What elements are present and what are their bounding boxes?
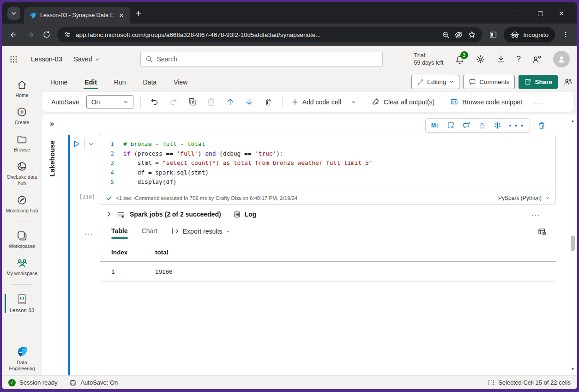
selection-status: Selected Cell 15 of 22 cells [488,379,571,386]
output-tab-table[interactable]: Table [111,227,128,239]
window-close-button[interactable]: ✕ [559,10,564,17]
address-bar[interactable]: app.fabric.microsoft.com/groups/a668a328… [57,27,482,42]
back-button[interactable] [7,29,19,41]
add-code-cell-button[interactable]: Add code cell [290,98,358,106]
save-state-dropdown[interactable]: Saved [74,55,100,63]
output-overflow-button[interactable]: ... [84,228,93,282]
code-line[interactable]: 1# bronze - full - total [100,139,555,149]
tab-search-button[interactable] [7,7,20,20]
lock-cell-button[interactable] [478,122,486,129]
add-cell-comment-button[interactable] [463,121,470,129]
table-view-options-icon[interactable] [537,227,547,236]
comments-button[interactable]: Comments [463,75,515,89]
download-app-button[interactable] [496,54,506,64]
run-options-chevron[interactable] [88,140,95,147]
tab-edit[interactable]: Edit [84,75,97,89]
code-line[interactable]: 2if (process == 'full') and (debug == 't… [100,149,555,159]
window-minimize-button[interactable]: — [516,10,522,17]
scrollbar-track[interactable] [569,125,576,365]
sidebar-item-monitoring[interactable]: Monitoring hub [4,194,41,214]
freeze-cell-button[interactable] [494,121,501,129]
collaborators-icon[interactable] [563,77,573,86]
cell-overflow-button[interactable]: • • • [509,122,524,129]
paste-icon [207,97,216,106]
undo-button[interactable] [148,95,162,109]
search-box[interactable] [140,52,383,67]
spark-jobs-label[interactable]: Spark jobs (2 of 2 succeeded) [130,211,221,218]
search-icon [145,55,153,63]
tab-close-icon[interactable]: ✕ [117,11,126,19]
waffle-menu-icon[interactable] [9,55,18,64]
code-editor[interactable]: 1# bronze - full - total2if (process == … [100,135,556,205]
code-line[interactable]: 3 stmt = "select count(*) as total from … [100,158,555,168]
share-button[interactable]: Share [519,75,558,89]
run-cell-button[interactable] [72,139,81,148]
feedback-button[interactable] [532,54,542,64]
help-button[interactable]: ? [517,54,521,64]
expand-panel-icon[interactable]: » [50,119,54,128]
jobs-overflow-button[interactable]: ... [531,209,540,217]
copy-cell-button[interactable] [186,95,199,109]
password-eye-off-icon[interactable] [454,30,463,39]
bookmark-star-icon[interactable] [468,30,476,39]
settings-button[interactable] [476,54,485,64]
new-tab-button[interactable]: + [136,8,141,19]
tab-data[interactable]: Data [142,75,158,89]
convert-to-markdown-button[interactable]: M↓ [431,122,439,129]
ribbon-menu: Home Edit Run Data View Editing [42,72,577,91]
sidebar-item-lesson-03[interactable]: Lesson-03 [4,293,41,314]
move-cell-down-button[interactable] [242,95,256,109]
output-tab-chart[interactable]: Chart [142,227,157,239]
divider [84,139,84,149]
divider [140,96,141,108]
redo-button[interactable] [167,95,181,109]
code-line[interactable]: 4 df = spark.sql(stmt) [100,168,555,178]
avatar[interactable] [553,51,570,67]
browse-snippet-button[interactable]: Browse code snippet [448,97,524,106]
kernel-selector[interactable]: PySpark (Python) [498,195,550,201]
code-line[interactable]: 5 display(df) [100,177,555,187]
window-maximize-button[interactable] [538,11,543,16]
scroll-up-arrow[interactable]: ▲ [571,117,575,125]
clear-outputs-button[interactable]: Clear all output(s) [369,97,437,106]
editing-mode-button[interactable]: Editing [411,75,459,89]
session-status: ✓ Session ready [8,379,57,386]
url-text[interactable]: app.fabric.microsoft.com/groups/a668a328… [76,31,437,38]
tab-run[interactable]: Run [113,75,127,89]
sidebar-item-browse[interactable]: Browse [4,133,41,153]
reload-button[interactable] [41,29,53,41]
scroll-down-arrow[interactable]: ▼ [571,365,575,373]
zoom-icon[interactable] [442,31,450,39]
browser-tab[interactable]: Lesson-03 - Synapse Data Engin ✕ [24,7,130,24]
sidebar-item-create[interactable]: Create [4,106,41,126]
forward-button[interactable] [24,29,36,41]
toolbar-overflow-button[interactable]: ... [534,98,543,106]
tab-home[interactable]: Home [49,75,68,89]
move-cell-up-button[interactable] [223,95,237,109]
code-lines[interactable]: 1# bronze - full - total2if (process == … [100,135,555,192]
sidebar-item-my-workspace[interactable]: My workspace [4,257,41,277]
search-input[interactable] [157,55,378,63]
export-results-button[interactable]: Export results [171,228,231,238]
paste-cell-button[interactable] [205,95,218,109]
notifications-button[interactable]: 3 [455,54,464,64]
vertical-scrollbar[interactable]: ▲ ▼ [569,117,576,373]
cell-toolbar: M↓ [425,118,549,133]
delete-cell-button[interactable] [261,95,275,109]
sidebar-item-home[interactable]: Home [4,79,41,98]
side-panel-icon[interactable] [487,29,499,41]
sidebar-item-onelake[interactable]: OneLake data hub [4,161,41,186]
clear-cell-output-button[interactable] [447,121,455,129]
notebook-cell[interactable]: [210] 1# bronze - full - total2if (proce… [68,135,569,375]
delete-this-cell-button[interactable] [535,119,549,133]
autosave-dropdown[interactable]: On [86,95,133,109]
expand-jobs-chevron[interactable] [106,211,112,217]
table-row[interactable]: 119166 [100,261,556,281]
browser-menu-icon[interactable] [560,29,572,41]
tab-view[interactable]: View [173,75,188,89]
scrollbar-thumb[interactable] [571,235,575,251]
sidebar-item-workspaces[interactable]: Workspaces [4,230,41,249]
site-settings-icon[interactable] [64,31,71,38]
sidebar-item-data-engineering[interactable]: Data Engineering [4,345,41,372]
log-button[interactable]: Log [233,211,257,218]
